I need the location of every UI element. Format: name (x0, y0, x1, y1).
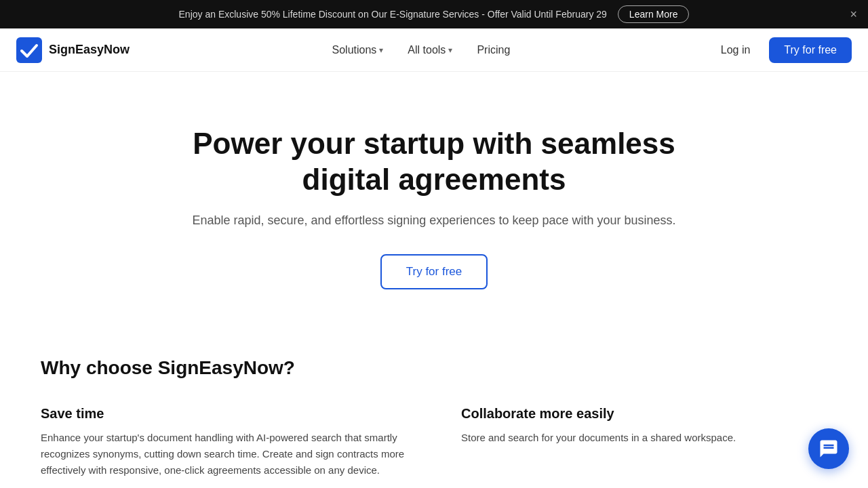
hero-section: Power your startup with seamless digital… (129, 72, 739, 330)
try-free-hero-button[interactable]: Try for free (380, 254, 488, 289)
logo-text: SignEasyNow (49, 43, 130, 57)
feature-save-time: Save time Enhance your startup's documen… (41, 406, 407, 479)
solutions-chevron-icon: ▾ (379, 45, 383, 55)
chat-icon (818, 439, 839, 459)
nav-center: Solutions ▾ All tools ▾ Pricing (323, 39, 520, 62)
features-grid: Save time Enhance your startup's documen… (41, 406, 827, 488)
logo-icon (16, 37, 42, 63)
all-tools-nav-item[interactable]: All tools ▾ (398, 39, 462, 62)
logo-link[interactable]: SignEasyNow (16, 37, 130, 63)
features-heading: Why choose SignEasyNow? (41, 357, 827, 379)
nav-right: Log in Try for free (713, 37, 852, 63)
navbar: SignEasyNow Solutions ▾ All tools ▾ Pric… (0, 28, 868, 72)
try-free-nav-button[interactable]: Try for free (769, 37, 852, 63)
hero-subheading: Enable rapid, secure, and effortless sig… (145, 211, 723, 230)
features-section: Why choose SignEasyNow? Save time Enhanc… (0, 330, 868, 488)
banner-close-button[interactable]: × (850, 8, 857, 20)
feature-save-time-desc: Enhance your startup's document handling… (41, 430, 407, 479)
top-banner: Enjoy an Exclusive 50% Lifetime Discount… (0, 0, 868, 28)
feature-collaborate-title: Collaborate more easily (461, 406, 827, 422)
chat-bubble-button[interactable] (808, 428, 849, 469)
feature-save-time-title: Save time (41, 406, 407, 422)
all-tools-chevron-icon: ▾ (448, 45, 452, 55)
hero-heading: Power your startup with seamless digital… (145, 126, 723, 198)
feature-collaborate-desc: Store and search for your documents in a… (461, 430, 827, 446)
feature-collaborate: Collaborate more easily Store and search… (461, 406, 827, 479)
login-button[interactable]: Log in (713, 39, 759, 62)
pricing-nav-item[interactable]: Pricing (467, 39, 519, 62)
solutions-nav-item[interactable]: Solutions ▾ (323, 39, 393, 62)
banner-learn-more-button[interactable]: Learn More (618, 5, 690, 23)
banner-text: Enjoy an Exclusive 50% Lifetime Discount… (179, 9, 607, 20)
svg-rect-0 (16, 37, 42, 63)
